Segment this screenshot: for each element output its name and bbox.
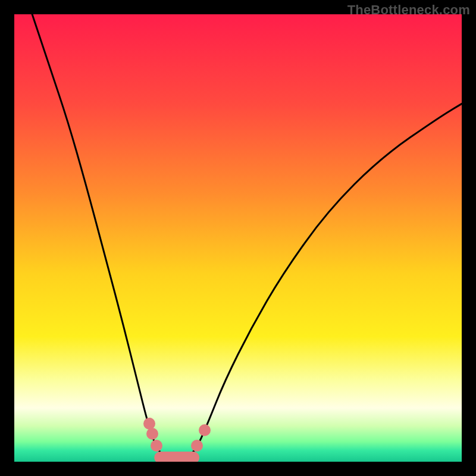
curve-marker-dot: [199, 424, 211, 436]
plot-area: [14, 14, 462, 462]
curve-marker-pill: [154, 452, 199, 462]
chart-frame: TheBottleneck.com: [0, 0, 476, 476]
curve-marker-dot: [151, 440, 162, 452]
curve-marker-dot: [191, 440, 203, 452]
curve-marker-dot: [146, 428, 158, 440]
watermark-text: TheBottleneck.com: [347, 2, 470, 18]
svg-rect-0: [14, 14, 462, 462]
heatmap-gradient: [14, 14, 462, 462]
